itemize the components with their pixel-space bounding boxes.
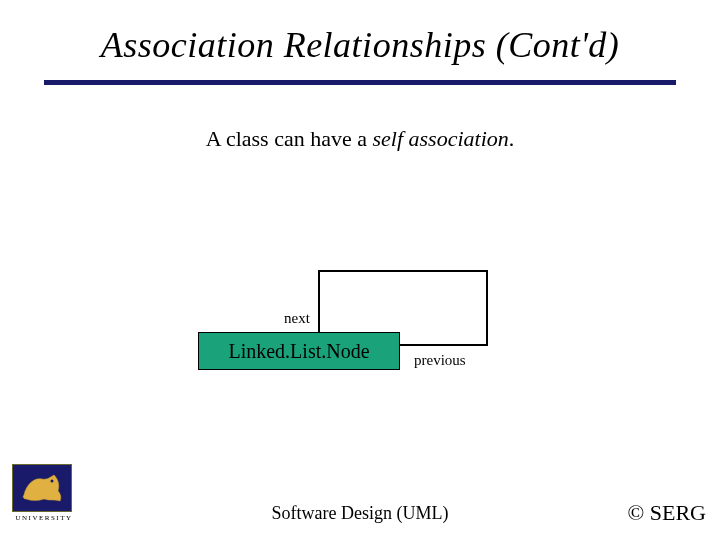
uml-diagram: next Linked.List.Node previous <box>198 270 538 400</box>
footer-copyright: © SERG <box>628 500 706 526</box>
slide-title: Association Relationships (Cont'd) <box>0 24 720 66</box>
role-label-next: next <box>284 310 310 327</box>
slide: Association Relationships (Cont'd) A cla… <box>0 0 720 540</box>
slide-caption: A class can have a self association. <box>0 126 720 152</box>
caption-suffix: . <box>509 126 515 151</box>
dragon-icon <box>20 471 64 505</box>
uml-class-box: Linked.List.Node <box>198 332 400 370</box>
role-label-previous: previous <box>414 352 466 369</box>
caption-emphasis: self association <box>372 126 508 151</box>
footer-center: Software Design (UML) <box>0 503 720 524</box>
uml-class-name: Linked.List.Node <box>228 340 369 363</box>
title-rule <box>44 80 676 85</box>
caption-prefix: A class can have a <box>206 126 373 151</box>
svg-point-0 <box>51 480 54 483</box>
